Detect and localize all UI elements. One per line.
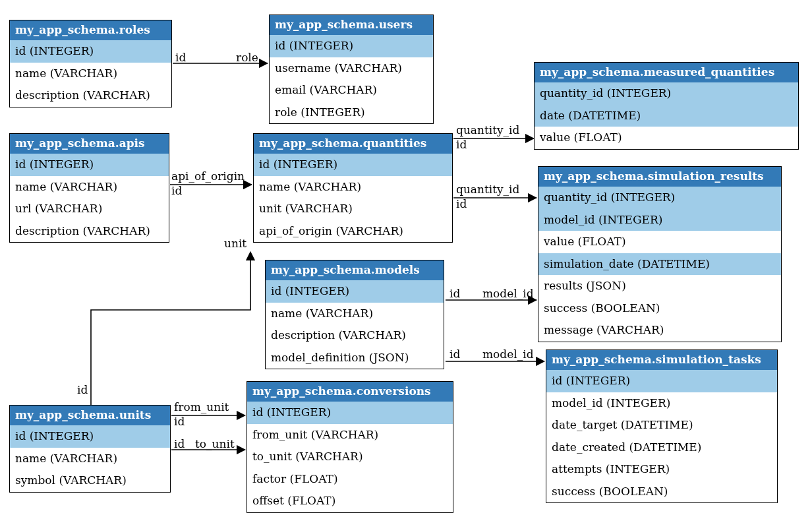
- column: description (VARCHAR): [10, 84, 171, 107]
- table-quantities: my_app_schema.quantities id (INTEGER) na…: [253, 133, 453, 243]
- table-header: my_app_schema.simulation_tasks: [546, 350, 777, 370]
- table-header: my_app_schema.conversions: [247, 382, 453, 402]
- column: role (INTEGER): [270, 102, 433, 124]
- edge-label: api_of_origin: [171, 170, 245, 183]
- column: model_id (INTEGER): [538, 209, 781, 231]
- column: name (VARCHAR): [254, 176, 452, 198]
- column: name (VARCHAR): [10, 63, 171, 85]
- column: simulation_date (DATETIME): [538, 253, 781, 276]
- table-header: my_app_schema.measured_quantities: [535, 63, 798, 82]
- edge-label: role: [236, 51, 258, 64]
- column: username (VARCHAR): [270, 57, 433, 80]
- column: date (DATETIME): [535, 105, 798, 127]
- column: symbol (VARCHAR): [10, 470, 170, 492]
- column: id (INTEGER): [10, 154, 169, 176]
- table-header: my_app_schema.units: [10, 406, 170, 425]
- column: date_created (DATETIME): [546, 437, 777, 459]
- table-header: my_app_schema.users: [270, 15, 433, 35]
- column: value (FLOAT): [535, 127, 798, 149]
- column: success (BOOLEAN): [538, 297, 781, 320]
- table-header: my_app_schema.apis: [10, 134, 169, 154]
- edge-label: id: [174, 438, 185, 450]
- edge-label: id: [77, 384, 88, 396]
- column: name (VARCHAR): [266, 303, 444, 325]
- table-users: my_app_schema.users id (INTEGER) usernam…: [269, 15, 434, 124]
- edge-label: model_id: [482, 288, 534, 300]
- column: unit (VARCHAR): [254, 198, 452, 220]
- column: url (VARCHAR): [10, 198, 169, 220]
- column: id (INTEGER): [546, 370, 777, 392]
- column: success (BOOLEAN): [546, 481, 777, 503]
- table-header: my_app_schema.models: [266, 260, 444, 280]
- edge-label: model_id: [482, 348, 534, 361]
- column: description (VARCHAR): [266, 324, 444, 347]
- table-simulation-results: my_app_schema.simulation_results quantit…: [538, 166, 782, 342]
- edge-label: to_unit: [195, 438, 235, 450]
- table-header: my_app_schema.roles: [10, 20, 171, 40]
- column: from_unit (VARCHAR): [247, 424, 453, 446]
- column: id (INTEGER): [247, 402, 453, 424]
- table-units: my_app_schema.units id (INTEGER) name (V…: [9, 405, 171, 493]
- column: to_unit (VARCHAR): [247, 446, 453, 468]
- column: id (INTEGER): [254, 154, 452, 176]
- column: date_target (DATETIME): [546, 414, 777, 437]
- edge-label: id: [171, 185, 182, 197]
- column: id (INTEGER): [10, 40, 171, 63]
- edge-label: quantity_id: [456, 124, 519, 136]
- table-simulation-tasks: my_app_schema.simulation_tasks id (INTEG…: [546, 349, 778, 503]
- column: quantity_id (INTEGER): [538, 187, 781, 209]
- column: factor (FLOAT): [247, 468, 453, 491]
- edge-label: id: [450, 288, 460, 300]
- table-header: my_app_schema.quantities: [254, 134, 452, 154]
- column: id (INTEGER): [266, 280, 444, 303]
- table-header: my_app_schema.simulation_results: [538, 167, 781, 187]
- er-diagram-canvas: id role api_of_origin id quantity_id id …: [0, 0, 812, 515]
- column: model_id (INTEGER): [546, 392, 777, 415]
- column: description (VARCHAR): [10, 220, 169, 243]
- column: message (VARCHAR): [538, 319, 781, 342]
- column: name (VARCHAR): [10, 448, 170, 470]
- column: api_of_origin (VARCHAR): [254, 220, 452, 243]
- table-measured-quantities: my_app_schema.measured_quantities quanti…: [534, 62, 799, 150]
- edge-label: from_unit: [174, 401, 229, 413]
- edge-label: id: [175, 51, 186, 64]
- table-models: my_app_schema.models id (INTEGER) name (…: [265, 260, 444, 369]
- table-apis: my_app_schema.apis id (INTEGER) name (VA…: [9, 133, 169, 243]
- column: model_definition (JSON): [266, 347, 444, 369]
- edge-label: quantity_id: [456, 183, 519, 196]
- table-conversions: my_app_schema.conversions id (INTEGER) f…: [246, 381, 453, 513]
- column: name (VARCHAR): [10, 176, 169, 198]
- edge-label: id: [456, 138, 467, 151]
- edge-units-to-quantities: [91, 252, 250, 405]
- edge-label: unit: [224, 237, 246, 250]
- column: attempts (INTEGER): [546, 458, 777, 481]
- column: offset (FLOAT): [247, 490, 453, 512]
- table-roles: my_app_schema.roles id (INTEGER) name (V…: [9, 20, 172, 107]
- column: quantity_id (INTEGER): [535, 82, 798, 105]
- column: id (INTEGER): [270, 35, 433, 57]
- column: email (VARCHAR): [270, 79, 433, 102]
- edge-label: id: [174, 415, 185, 428]
- edge-label: id: [450, 348, 460, 361]
- column: id (INTEGER): [10, 425, 170, 448]
- edge-label: id: [456, 198, 467, 210]
- column: value (FLOAT): [538, 231, 781, 253]
- column: results (JSON): [538, 275, 781, 297]
